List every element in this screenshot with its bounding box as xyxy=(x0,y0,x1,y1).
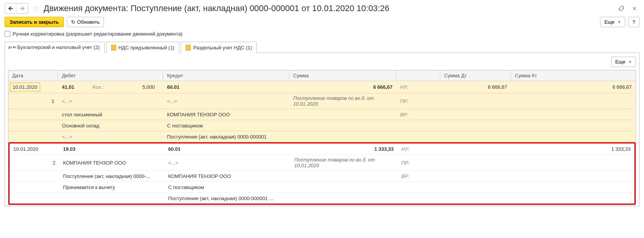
credit-sub: <...> xyxy=(163,96,289,106)
credit-sub: С поставщиком xyxy=(163,121,289,130)
col-sumdt[interactable]: Сумма Дт xyxy=(440,70,511,81)
qty-label: Кол.: xyxy=(92,84,115,90)
refresh-icon: ↻ xyxy=(71,19,75,25)
debit-sub: <...> xyxy=(58,132,163,142)
manual-correction-checkbox[interactable] xyxy=(5,31,10,37)
debit-sub: КОМПАНИЯ ТЕНЗОР ООО xyxy=(59,158,164,168)
entries-grid: Дата Дебет Кредит Сумма Сумма Дт Сумма К… xyxy=(8,70,636,205)
row-number: 1 xyxy=(8,96,58,106)
chevron-down-icon: ▼ xyxy=(628,60,632,64)
col-date[interactable]: Дата xyxy=(8,70,58,81)
col-sumkt[interactable]: Сумма Кт xyxy=(511,70,636,81)
credit-sub: <...> xyxy=(164,158,290,168)
nu-label: НУ: xyxy=(397,144,441,154)
grid-more-button[interactable]: Еще▼ xyxy=(611,57,636,67)
credit-account: 60.01 xyxy=(163,82,289,92)
sum-value: 1 333,33 xyxy=(290,144,397,154)
tab-accounting[interactable]: Дт Кт Бухгалтерский и налоговый учет (2) xyxy=(5,42,105,53)
help-button[interactable]: ? xyxy=(628,17,639,27)
dt-kt-icon: Дт Кт xyxy=(10,45,15,50)
col-credit[interactable]: Кредит xyxy=(163,70,289,81)
pr-label: ПР: xyxy=(397,158,441,168)
credit-sub: КОМПАНИЯ ТЕНЗОР ООО xyxy=(163,110,289,119)
credit-sub: Поступление (акт, накладная) 0000-000001 xyxy=(163,132,289,142)
debit-sub: стол письменный xyxy=(58,110,163,119)
tab-vat-split[interactable]: Раздельный учет НДС (1) xyxy=(181,42,257,53)
credit-account: 60.01 xyxy=(164,144,290,154)
credit-sub: Поступление (акт, накладная) 0000-000001… xyxy=(164,194,290,203)
qty-value: 5,000 xyxy=(115,84,159,90)
doc-icon xyxy=(111,45,116,51)
pr-label: ПР: xyxy=(396,96,440,106)
entry-row[interactable]: 10.01.2020 41.01 Кол.: 5,000 60.01 6 666… xyxy=(8,81,636,142)
page-title: Движения документа: Поступление (акт, на… xyxy=(44,3,613,13)
entry-row[interactable]: 10.01.2020 19.03 60.01 1 333,33 НУ: 1 33… xyxy=(8,142,636,205)
debit-sub: <...> xyxy=(58,96,163,106)
close-icon[interactable]: × xyxy=(629,3,639,13)
sum-description: Поступление товаров по вх.д. от 10.01.20… xyxy=(289,93,396,109)
sumdt-value xyxy=(441,147,512,151)
save-close-button[interactable]: Записать и закрыть xyxy=(5,17,64,27)
tab-vat-presented[interactable]: НДС предъявленный (1) xyxy=(106,42,180,53)
sum-value: 6 666,67 xyxy=(289,82,396,92)
favorite-star-icon[interactable]: ☆ xyxy=(32,3,40,13)
sumdt-value: 6 666,67 xyxy=(440,82,511,92)
credit-sub: С поставщиком xyxy=(164,183,290,192)
more-button[interactable]: Еще▼ xyxy=(600,17,625,27)
col-type[interactable] xyxy=(396,70,440,81)
forward-button[interactable] xyxy=(16,3,28,13)
row-number: 2 xyxy=(10,158,59,168)
col-sum[interactable]: Сумма xyxy=(289,70,396,81)
sum-description: Поступление товаров по вх.д. от 10.01.20… xyxy=(290,155,397,170)
debit-sub: Принимается к вычету xyxy=(59,183,164,192)
debit-sub: Поступление (акт, накладная) 0000-... xyxy=(59,171,164,181)
chevron-down-icon: ▼ xyxy=(618,20,621,24)
entry-date: 10.01.2020 xyxy=(10,83,40,91)
doc-icon xyxy=(186,45,191,51)
nav-group xyxy=(5,3,28,14)
manual-correction-label: Ручная корректировка (разрешает редактир… xyxy=(13,31,183,37)
entry-date: 10.01.2020 xyxy=(10,144,59,154)
debit-sub: Основной склад xyxy=(58,121,163,130)
col-debit[interactable]: Дебет xyxy=(58,70,163,81)
nu-label: НУ: xyxy=(396,82,440,92)
refresh-button[interactable]: ↻ Обновить xyxy=(67,17,104,27)
debit-account: 19.03 xyxy=(59,144,164,154)
credit-sub: КОМПАНИЯ ТЕНЗОР ООО xyxy=(164,171,290,181)
vr-label: ВР: xyxy=(396,110,440,119)
sumkt-value: 6 666,67 xyxy=(511,82,636,92)
vr-label: ВР: xyxy=(397,171,441,181)
back-button[interactable] xyxy=(5,3,16,13)
debit-account: 41.01 xyxy=(62,84,92,90)
sumkt-value: 1 333,33 xyxy=(512,144,634,154)
link-icon[interactable] xyxy=(616,3,626,13)
refresh-label: Обновить xyxy=(77,19,100,25)
grid-header: Дата Дебет Кредит Сумма Сумма Дт Сумма К… xyxy=(8,70,636,81)
